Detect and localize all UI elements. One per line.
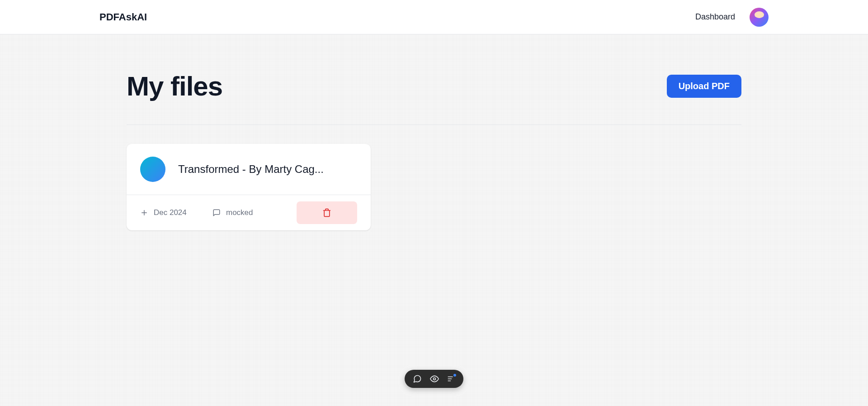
message-icon [212, 209, 221, 217]
upload-pdf-button[interactable]: Upload PDF [667, 75, 741, 98]
file-card-meta: Dec 2024 mocked [127, 195, 371, 230]
toolbar-settings-icon[interactable] [447, 375, 455, 383]
floating-toolbar [405, 370, 463, 388]
logo[interactable]: PDFAskAI [99, 11, 147, 23]
header-right: Dashboard [695, 8, 769, 27]
trash-icon [322, 208, 331, 217]
file-date-meta: Dec 2024 [140, 208, 212, 217]
file-name: Transformed - By Marty Cag... [178, 163, 324, 176]
delete-section [285, 201, 357, 224]
file-card-link[interactable]: Transformed - By Marty Cag... [127, 144, 371, 195]
toolbar-eye-icon[interactable] [430, 374, 439, 383]
file-status-meta: mocked [212, 208, 285, 217]
main-content: My files Upload PDF Transformed - By Mar… [54, 34, 814, 230]
avatar[interactable] [750, 8, 769, 27]
page-header: My files Upload PDF [127, 71, 741, 125]
file-status: mocked [226, 208, 253, 217]
page-title: My files [127, 71, 222, 102]
app-header: PDFAskAI Dashboard [0, 0, 868, 34]
delete-button[interactable] [297, 201, 357, 224]
svg-point-0 [434, 378, 436, 380]
plus-icon [140, 209, 148, 217]
toolbar-chat-icon[interactable] [413, 374, 422, 383]
file-card: Transformed - By Marty Cag... Dec 2024 m… [127, 144, 371, 230]
file-icon [140, 157, 165, 182]
nav-dashboard[interactable]: Dashboard [695, 12, 735, 22]
file-date: Dec 2024 [154, 208, 187, 217]
